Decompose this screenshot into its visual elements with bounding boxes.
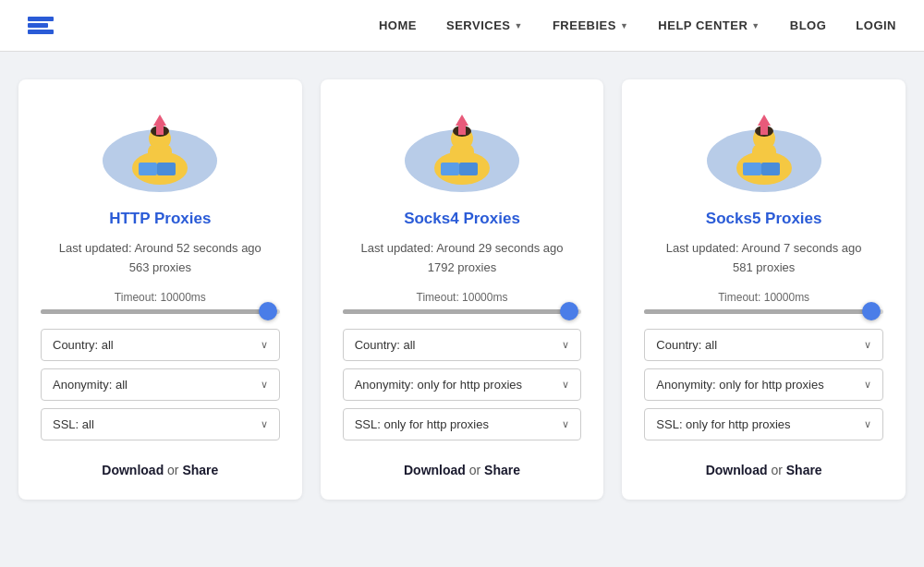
svg-rect-23 [743,163,761,175]
download-link-http[interactable]: Download [102,463,164,477]
timeout-label-socks5: Timeout: 10000ms [718,291,809,304]
svg-rect-15 [459,163,478,175]
chevron-down-icon: ▼ [751,21,760,30]
svg-rect-6 [157,163,176,175]
chevron-down-icon: ▼ [620,21,628,30]
chevron-down-icon: ∨ [864,379,871,391]
dropdown-label-socks5-2: SSL: only for http proxies [656,417,790,431]
svg-marker-25 [758,115,771,126]
dropdown-socks4-1[interactable]: Anonymity: only for http proxies∨ [343,368,582,401]
dropdown-socks4-0[interactable]: Country: all∨ [343,329,582,361]
dropdown-socks4-2[interactable]: SSL: only for http proxies∨ [343,408,582,440]
chevron-down-icon: ∨ [562,418,569,430]
svg-rect-5 [139,163,157,175]
nav-item-blog[interactable]: BLOG [790,18,827,32]
main-nav: HOMESERVICES▼FREEBIES▼HELP CENTER▼BLOGLO… [379,18,896,32]
share-link-socks5[interactable]: Share [786,463,822,477]
dropdown-socks5-2[interactable]: SSL: only for http proxies∨ [644,408,883,440]
dropdown-label-socks4-1: Anonymity: only for http proxies [355,378,522,392]
chevron-down-icon: ∨ [562,339,569,351]
svg-rect-8 [156,126,164,135]
slider-container-socks4[interactable] [343,309,582,314]
timeout-label-socks4: Timeout: 10000ms [417,291,508,304]
svg-marker-16 [456,115,468,126]
card-meta-socks4: Last updated: Around 29 seconds ago 1792… [360,239,563,278]
timeout-label-http: Timeout: 10000ms [115,291,206,304]
dropdown-label-http-0: Country: all [53,338,114,352]
dropdown-label-http-1: Anonymity: all [53,378,128,392]
main-content: HTTP ProxiesLast updated: Around 52 seco… [0,52,924,527]
svg-rect-17 [458,126,466,135]
slider-fill-socks5 [644,309,871,314]
proxy-card-http: HTTP ProxiesLast updated: Around 52 seco… [18,79,302,500]
slider-container-http[interactable] [41,309,280,314]
share-link-socks4[interactable]: Share [484,463,520,477]
slider-fill-http [41,309,268,314]
card-title-socks5: Socks5 Proxies [706,210,822,228]
svg-rect-26 [760,126,768,135]
slider-fill-socks4 [343,309,570,314]
chevron-down-icon: ∨ [864,339,871,351]
illustration-http [100,105,220,193]
dropdown-label-socks4-2: SSL: only for http proxies [355,417,489,431]
dropdown-label-http-2: SSL: all [53,417,94,431]
illustration-socks4 [402,105,522,193]
slider-track-socks4 [343,309,582,314]
nav-item-login[interactable]: LOGIN [856,18,896,32]
slider-container-socks5[interactable] [644,309,883,314]
slider-thumb-socks5[interactable] [862,302,881,320]
card-footer-socks5: Download or Share [706,463,822,477]
logo[interactable] [28,17,61,34]
dropdown-socks5-1[interactable]: Anonymity: only for http proxies∨ [644,368,883,401]
card-title-http: HTTP Proxies [109,210,211,228]
svg-rect-14 [441,163,459,175]
proxy-card-socks5: Socks5 ProxiesLast updated: Around 7 sec… [622,79,906,500]
or-text-http: or [164,463,182,477]
dropdown-label-socks4-0: Country: all [355,338,416,352]
share-link-http[interactable]: Share [182,463,218,477]
svg-rect-24 [761,163,780,175]
header: HOMESERVICES▼FREEBIES▼HELP CENTER▼BLOGLO… [0,0,924,52]
or-text-socks4: or [466,463,484,477]
slider-thumb-socks4[interactable] [560,302,578,320]
nav-item-freebies[interactable]: FREEBIES▼ [553,18,628,32]
dropdown-socks5-0[interactable]: Country: all∨ [644,329,883,361]
chevron-down-icon: ∨ [261,339,268,351]
dropdown-http-0[interactable]: Country: all∨ [41,329,280,361]
dropdown-label-socks5-0: Country: all [656,338,717,352]
cards-grid: HTTP ProxiesLast updated: Around 52 seco… [18,79,906,500]
nav-item-services[interactable]: SERVICES▼ [446,18,523,32]
card-footer-socks4: Download or Share [404,463,520,477]
proxy-card-socks4: Socks4 ProxiesLast updated: Around 29 se… [321,79,604,500]
or-text-socks5: or [768,463,786,477]
chevron-down-icon: ∨ [562,379,569,391]
card-meta-http: Last updated: Around 52 seconds ago 563 … [59,239,261,278]
card-footer-http: Download or Share [102,463,218,477]
dropdown-http-1[interactable]: Anonymity: all∨ [41,368,280,401]
nav-item-home[interactable]: HOME [379,18,417,32]
card-title-socks4: Socks4 Proxies [404,210,520,228]
dropdown-label-socks5-1: Anonymity: only for http proxies [656,378,823,392]
chevron-down-icon: ∨ [261,418,268,430]
card-meta-socks5: Last updated: Around 7 seconds ago 581 p… [666,239,862,278]
logo-icon [28,17,54,34]
slider-track-socks5 [644,309,883,314]
download-link-socks5[interactable]: Download [706,463,768,477]
dropdown-http-2[interactable]: SSL: all∨ [41,408,280,440]
illustration-socks5 [704,105,824,193]
download-link-socks4[interactable]: Download [404,463,466,477]
chevron-down-icon: ▼ [514,21,522,30]
slider-thumb-http[interactable] [259,302,277,320]
chevron-down-icon: ∨ [864,418,871,430]
svg-marker-7 [153,115,166,126]
nav-item-help-center[interactable]: HELP CENTER▼ [658,18,760,32]
slider-track-http [41,309,280,314]
chevron-down-icon: ∨ [261,379,268,391]
